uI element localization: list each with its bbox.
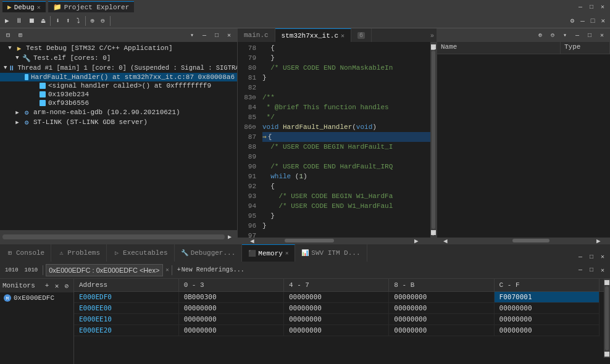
collapse-all-button[interactable]: ⊟ [2, 30, 14, 41]
mem-new-rendering-btn[interactable]: + 0xE000EDFC New Renderings... [175, 266, 247, 274]
frame-icon-hardfault [25, 74, 28, 80]
maximize-button[interactable]: □ [587, 2, 596, 12]
code-content[interactable]: 7879808182 83⊖848586⊖87 8889909192 93949… [238, 42, 437, 238]
mem-scrollbar-v[interactable]: ▲ ▼ [604, 279, 610, 358]
mem-minimize-btn[interactable]: — [575, 265, 585, 275]
close-button[interactable]: ✕ [598, 2, 608, 12]
var-maximize-button[interactable]: □ [584, 30, 595, 41]
debug-maximize[interactable]: □ [211, 30, 222, 41]
tab-swv[interactable]: 📊 SWV ITM D... [295, 244, 367, 262]
tab-executables[interactable]: ▷ Executables [107, 244, 175, 262]
step-return-button[interactable]: ⤵ [74, 16, 83, 25]
toolbar-close[interactable]: ✕ [598, 16, 608, 25]
scroll-thumb-h[interactable] [285, 239, 334, 242]
bottom-maximize-btn[interactable]: □ [587, 252, 596, 262]
title-bar: ▶ Debug ✕ 📁 Project Explorer — □ ✕ [0, 0, 610, 14]
debug-panel-scroll-right[interactable]: ▶ [225, 232, 235, 242]
debug-minimize[interactable]: — [199, 30, 210, 41]
disconnect-button[interactable]: ⏏ [39, 16, 48, 25]
suspend-button[interactable]: ⏸ [13, 16, 25, 25]
tab-main-c[interactable]: main.c [238, 28, 275, 42]
memory-address-input[interactable] [46, 264, 163, 276]
editor-scrollbar-h[interactable]: ◀ ▶ [238, 238, 437, 244]
stop-button[interactable]: ⏹ [26, 16, 38, 25]
tab-problems[interactable]: ⚠ Problems [51, 244, 107, 262]
scroll-down-arrow[interactable]: ▼ [431, 230, 436, 235]
scroll-up-arrow[interactable]: ▲ [431, 44, 436, 49]
memory-address-clear[interactable]: ✕ [165, 267, 169, 273]
tree-item-stlink[interactable]: ▶ ⚙ ST-LINK (ST-LINK GDB server) [0, 117, 237, 127]
toolbar-maximize[interactable]: □ [588, 17, 598, 25]
tree-item-thread[interactable]: ▼ ⏸ Thread #1 [main] 1 [core: 0] (Suspen… [0, 63, 237, 73]
scroll-thumb-v[interactable] [432, 51, 435, 229]
bottom-close-btn[interactable]: ✕ [598, 252, 608, 262]
tree-label-gdb: arm-none-eabi-gdb (10.2.90.20210621) [33, 109, 180, 116]
open-debug-button[interactable]: ⊖ [98, 16, 107, 25]
line-numbers: 7879808182 83⊖848586⊖87 8889909192 93949… [238, 42, 260, 238]
debug-view-menu[interactable]: ▾ [186, 30, 198, 41]
monitors-add-btn[interactable]: + [43, 281, 51, 290]
tab-debugger[interactable]: 🔧 Debugger... [175, 244, 243, 262]
tab-num-6[interactable]: 6 [351, 28, 372, 42]
step-into-button[interactable]: ⬇ [53, 16, 62, 25]
tab-memory[interactable]: ⬛ Memory ✕ [242, 244, 295, 262]
tree-item-signal[interactable]: ▶ <signal handler called>() at 0xfffffff… [0, 81, 237, 90]
tree-item-testelf[interactable]: ▼ 🔧 Test.elf [cores: 0] [0, 53, 237, 63]
toolbar-settings[interactable]: ⚙ [568, 16, 577, 25]
var-scroll-right[interactable]: ▶ [596, 237, 604, 244]
step-over-button[interactable]: ⬆ [64, 16, 73, 25]
tab-memory-close[interactable]: ✕ [285, 250, 288, 257]
mem-scroll-down[interactable]: ▼ [604, 352, 609, 357]
editor-scrollbar-v[interactable]: ▲ ▼ [430, 42, 437, 238]
bottom-minimize-btn[interactable]: — [575, 252, 585, 262]
toolbar-minimize[interactable]: — [578, 17, 587, 25]
title-tab-explorer[interactable]: 📁 Project Explorer [48, 1, 135, 12]
mem-scroll-thumb[interactable] [605, 286, 609, 350]
scroll-left-arrow[interactable]: ◀ [250, 237, 260, 244]
mem-close-btn[interactable]: ✕ [598, 265, 608, 275]
tree-arrow-gdb: ▶ [14, 109, 21, 116]
mem-cell: 00000000 [178, 313, 283, 325]
var-menu-button[interactable]: ▾ [559, 30, 570, 41]
title-tab-debug-close[interactable]: ✕ [37, 4, 41, 11]
tab-stm32-it[interactable]: stm32h7xx_it.c ✕ [275, 28, 351, 42]
var-scroll-left[interactable]: ◀ [443, 237, 451, 244]
var-close-button[interactable]: ✕ [596, 30, 608, 41]
tab-stm32-it-close[interactable]: ✕ [341, 32, 345, 39]
new-debug-button[interactable]: ⊕ [88, 16, 98, 25]
tree-item-addr2[interactable]: ▶ 0xf93b6556 [0, 99, 237, 107]
var-minimize-button[interactable]: — [572, 30, 583, 41]
memory-panel: 1010 1010 ✕ + 0xE000EDFC New Renderings.… [0, 262, 610, 364]
scroll-right-arrow[interactable]: ▶ [414, 237, 424, 244]
title-tab-debug[interactable]: ▶ Debug ✕ [2, 1, 46, 12]
debug-panel-scrollbar[interactable] [2, 234, 225, 239]
tree-label-thread: Thread #1 [main] 1 [core: 0] (Suspended … [17, 64, 237, 72]
tree-item-addr1[interactable]: ▶ 0x193eb234 [0, 90, 237, 99]
tree-item-testdebug[interactable]: ▼ ▶ Test Debug [STM32 C/C++ Application] [0, 43, 237, 53]
mem-scroll-up[interactable]: ▲ [604, 280, 609, 285]
debug-tree[interactable]: ▼ ▶ Test Debug [STM32 C/C++ Application]… [0, 42, 237, 230]
mem-btn-1010b[interactable]: 1010 [22, 267, 41, 274]
var-remove-button[interactable]: ⊖ [547, 30, 558, 41]
code-text[interactable]: { } /* USER CODE END NonMaskableIn } /**… [260, 42, 430, 238]
debug-icon: ▶ [7, 3, 12, 11]
var-scroll-thumb[interactable] [512, 239, 549, 242]
monitors-remove-btn[interactable]: ✕ [52, 281, 61, 290]
var-add-button[interactable]: ⊕ [535, 30, 546, 41]
var-scrollbar-h[interactable]: ◀ ▶ [437, 238, 610, 244]
resume-button[interactable]: ▶ [2, 16, 12, 25]
monitors-clear-btn[interactable]: ⊘ [62, 281, 71, 290]
mem-btn-1010[interactable]: 1010 [2, 267, 21, 274]
editor-tab-overflow[interactable]: » [428, 30, 437, 42]
expand-all-button[interactable]: ⊞ [15, 30, 26, 41]
code-line-91: while (1) [262, 172, 430, 181]
tab-console[interactable]: ⊞ Console [0, 244, 51, 262]
minimize-button[interactable]: — [575, 2, 585, 12]
tree-item-gdb[interactable]: ▶ ⚙ arm-none-eabi-gdb (10.2.90.20210621) [0, 107, 237, 117]
var-col-type: Type [561, 42, 610, 54]
monitor-item-0[interactable]: M 0xE000EDFC [0, 292, 73, 304]
mem-maximize-btn[interactable]: □ [587, 265, 596, 275]
memory-table-area[interactable]: Address 0 - 3 4 - 7 8 - B C - F E000EDF0… [74, 279, 610, 364]
debug-close[interactable]: ✕ [224, 30, 235, 41]
tree-item-hardfault[interactable]: ▶ HardFault_Handler() at stm32h7xx_it.c:… [0, 73, 237, 81]
